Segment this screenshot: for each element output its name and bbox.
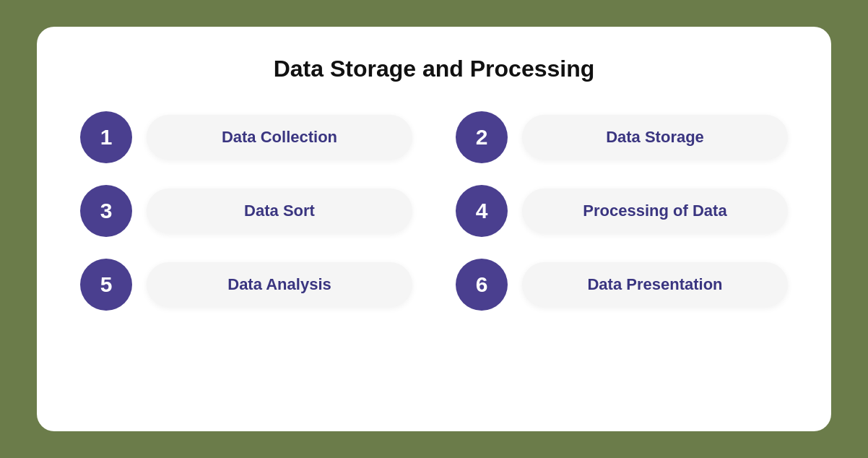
page-title: Data Storage and Processing	[274, 56, 595, 82]
list-item-1: 1Data Collection	[80, 111, 412, 163]
label-text-4: Processing of Data	[583, 202, 726, 220]
list-item-2: 2Data Storage	[456, 111, 788, 163]
label-pill-6: Data Presentation	[522, 262, 788, 307]
label-text-5: Data Analysis	[227, 275, 331, 294]
number-badge-6: 6	[456, 259, 508, 311]
number-badge-4: 4	[456, 185, 508, 237]
list-item-3: 3Data Sort	[80, 185, 412, 237]
label-pill-3: Data Sort	[147, 189, 412, 233]
label-text-1: Data Collection	[222, 128, 337, 147]
label-pill-1: Data Collection	[147, 115, 412, 160]
number-badge-1: 1	[80, 111, 132, 163]
label-pill-4: Processing of Data	[522, 189, 788, 233]
list-item-5: 5Data Analysis	[80, 259, 412, 311]
number-badge-5: 5	[80, 259, 132, 311]
main-card: Data Storage and Processing 1Data Collec…	[37, 27, 831, 431]
label-text-2: Data Storage	[606, 128, 704, 147]
label-text-3: Data Sort	[244, 202, 315, 220]
number-badge-3: 3	[80, 185, 132, 237]
list-item-6: 6Data Presentation	[456, 259, 788, 311]
number-badge-2: 2	[456, 111, 508, 163]
label-text-6: Data Presentation	[587, 275, 722, 294]
label-pill-5: Data Analysis	[147, 262, 412, 307]
items-grid: 1Data Collection2Data Storage3Data Sort4…	[80, 111, 788, 311]
label-pill-2: Data Storage	[522, 115, 788, 160]
list-item-4: 4Processing of Data	[456, 185, 788, 237]
